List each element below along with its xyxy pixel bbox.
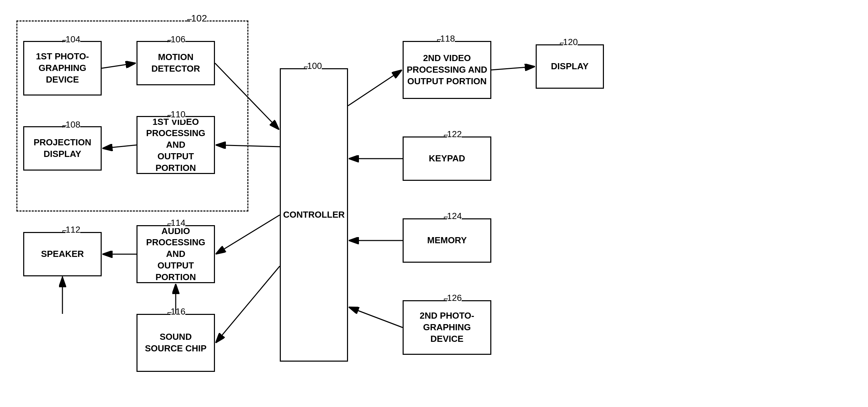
tick-116: ⌐	[167, 308, 172, 317]
diagram: 102 ⌐ 1ST PHOTO- GRAPHING DEVICE 104 ⌐ M…	[0, 0, 868, 407]
tick-110: ⌐	[167, 111, 172, 120]
tick-106: ⌐	[167, 35, 172, 45]
block-audio-processing: AUDIO PROCESSING AND OUTPUT PORTION	[136, 225, 215, 283]
block-memory: MEMORY	[403, 218, 491, 263]
tick-122: ⌐	[444, 130, 448, 140]
label-108: 108	[66, 119, 80, 130]
block-sound-source: SOUND SOURCE CHIP	[136, 314, 215, 372]
tick-112: ⌐	[62, 226, 67, 235]
block-second-photo: 2ND PHOTO- GRAPHING DEVICE	[403, 300, 491, 355]
block-motion-detector: MOTION DETECTOR	[136, 41, 215, 85]
label-102: 102	[191, 13, 207, 24]
block-keypad: KEYPAD	[403, 136, 491, 181]
tick-100: ⌐	[304, 62, 308, 72]
block-second-video: 2ND VIDEO PROCESSING AND OUTPUT PORTION	[403, 41, 491, 99]
svg-line-15	[349, 307, 403, 328]
block-first-video: 1ST VIDEO PROCESSING AND OUTPUT PORTION	[136, 116, 215, 174]
svg-line-9	[216, 266, 280, 343]
tick-108: ⌐	[62, 121, 67, 130]
tick-118: ⌐	[437, 35, 442, 44]
label-110: 110	[171, 109, 185, 120]
label-118: 118	[440, 33, 455, 44]
tick-104: ⌐	[62, 35, 67, 45]
tick-114: ⌐	[167, 219, 172, 229]
block-display: DISPLAY	[536, 44, 604, 89]
tick-126: ⌐	[444, 294, 448, 304]
svg-line-4	[491, 67, 535, 70]
block-first-photo: 1ST PHOTO- GRAPHING DEVICE	[23, 41, 102, 96]
label-126: 126	[447, 293, 462, 303]
label-122: 122	[447, 129, 462, 140]
label-116: 116	[171, 306, 185, 317]
block-speaker: SPEAKER	[23, 232, 102, 276]
label-114: 114	[171, 218, 185, 228]
tick-124: ⌐	[444, 212, 448, 222]
svg-line-7	[216, 215, 280, 254]
label-104: 104	[66, 34, 80, 45]
label-100: 100	[307, 61, 322, 71]
block-controller: CONTROLLER	[280, 68, 348, 362]
label-124: 124	[447, 211, 462, 221]
label-120: 120	[563, 37, 578, 47]
svg-line-3	[348, 70, 402, 106]
tick-120: ⌐	[560, 38, 564, 48]
tick-102: ⌐	[187, 14, 192, 25]
label-106: 106	[171, 34, 185, 45]
block-projection-display: PROJECTION DISPLAY	[23, 126, 102, 171]
label-112: 112	[66, 224, 80, 235]
